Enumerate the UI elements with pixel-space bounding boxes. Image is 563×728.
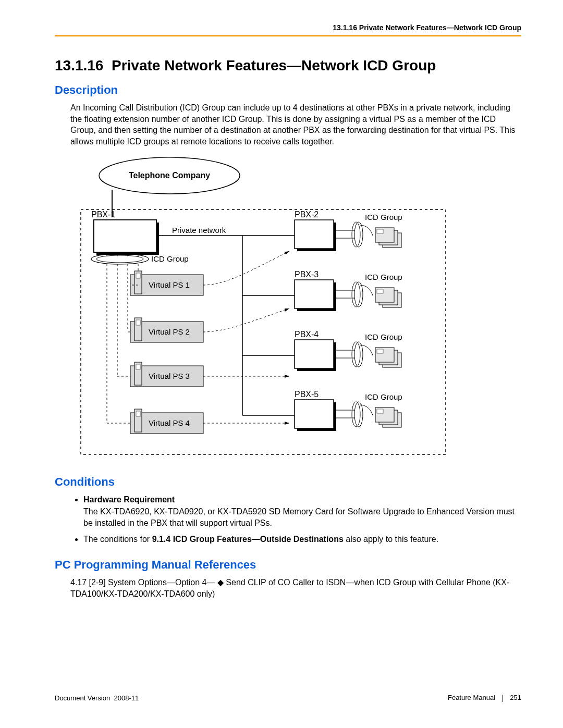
pbx1-label: PBX-1 xyxy=(91,210,115,219)
pbx3-label: PBX-3 xyxy=(295,270,319,279)
svg-rect-69 xyxy=(295,400,334,428)
svg-point-53 xyxy=(352,282,360,307)
section-title-text: Private Network Features—Network ICD Gro… xyxy=(112,57,436,73)
svg-rect-59 xyxy=(295,340,334,368)
condition-hw: Hardware Requirement The KX-TDA6920, KX-… xyxy=(83,494,521,529)
pcref-text: 4.17 [2-9] System Options—Option 4— ◆ Se… xyxy=(70,577,521,600)
header-rule xyxy=(55,35,521,36)
svg-rect-22 xyxy=(136,320,140,325)
svg-point-42 xyxy=(354,222,363,247)
hw-req-text: The KX-TDA6920, KX-TDA0920, or KX-TDA592… xyxy=(83,507,515,527)
cond2-post: also apply to this feature. xyxy=(344,535,438,544)
telco-label: Telephone Company xyxy=(129,171,210,180)
pcref-heading: PC Programming Manual References xyxy=(55,558,521,572)
pbx4-label: PBX-4 xyxy=(295,330,319,339)
svg-point-52 xyxy=(354,282,363,307)
svg-point-8 xyxy=(96,255,143,263)
icd-group-left-label: ICD Group xyxy=(151,254,189,263)
condition-crossref: The conditions for 9.1.4 ICD Group Featu… xyxy=(83,534,521,545)
icd-group-4: ICD Group xyxy=(365,332,402,341)
icd-group-3: ICD Group xyxy=(365,273,402,281)
page-footer: Document Version 2008-11 Feature Manual … xyxy=(55,694,521,702)
cond2-pre: The conditions for xyxy=(83,535,152,544)
svg-rect-67 xyxy=(377,349,383,353)
vps4-label: Virtual PS 4 xyxy=(149,418,190,427)
conditions-heading: Conditions xyxy=(55,475,521,489)
svg-rect-77 xyxy=(377,409,383,413)
svg-rect-47 xyxy=(377,229,383,233)
svg-point-43 xyxy=(352,222,360,247)
pbx2-label: PBX-2 xyxy=(295,210,319,219)
svg-point-72 xyxy=(354,402,363,427)
doc-version: Document Version 2008-11 xyxy=(55,694,139,702)
svg-rect-19 xyxy=(136,273,140,278)
svg-rect-57 xyxy=(377,289,383,293)
pbx5-label: PBX-5 xyxy=(295,390,319,399)
icd-group-2: ICD Group xyxy=(365,213,402,221)
icd-group-5: ICD Group xyxy=(365,392,402,401)
description-heading: Description xyxy=(55,83,521,97)
footer-right: Feature Manual 251 xyxy=(448,694,521,702)
cond2-bold: 9.1.4 ICD Group Features—Outside Destina… xyxy=(152,535,344,544)
page-number: 251 xyxy=(510,694,521,701)
svg-rect-5 xyxy=(94,220,156,252)
svg-rect-25 xyxy=(136,364,140,369)
vps1-label: Virtual PS 1 xyxy=(149,280,190,289)
description-text: An Incoming Call Distribution (ICD) Grou… xyxy=(70,102,521,147)
vps3-label: Virtual PS 3 xyxy=(149,372,190,380)
svg-rect-39 xyxy=(295,220,334,249)
manual-name: Feature Manual xyxy=(448,694,495,701)
hw-req-label: Hardware Requirement xyxy=(83,495,175,504)
svg-point-62 xyxy=(354,342,363,367)
network-diagram: Telephone Company PBX-1 Private network … xyxy=(70,157,456,460)
section-number: 13.1.16 xyxy=(55,57,103,73)
vps2-label: Virtual PS 2 xyxy=(149,327,190,336)
doc-version-label: Document Version xyxy=(55,694,110,702)
svg-point-63 xyxy=(352,342,360,367)
doc-version-value: 2008-11 xyxy=(114,694,139,702)
running-header: 13.1.16 Private Network Features—Network… xyxy=(55,23,521,32)
section-title: 13.1.16 Private Network Features—Network… xyxy=(55,57,521,74)
svg-rect-49 xyxy=(295,280,334,309)
svg-point-73 xyxy=(352,402,360,427)
private-network-label: Private network xyxy=(172,226,226,235)
conditions-list: Hardware Requirement The KX-TDA6920, KX-… xyxy=(73,494,521,545)
svg-rect-28 xyxy=(136,411,140,416)
